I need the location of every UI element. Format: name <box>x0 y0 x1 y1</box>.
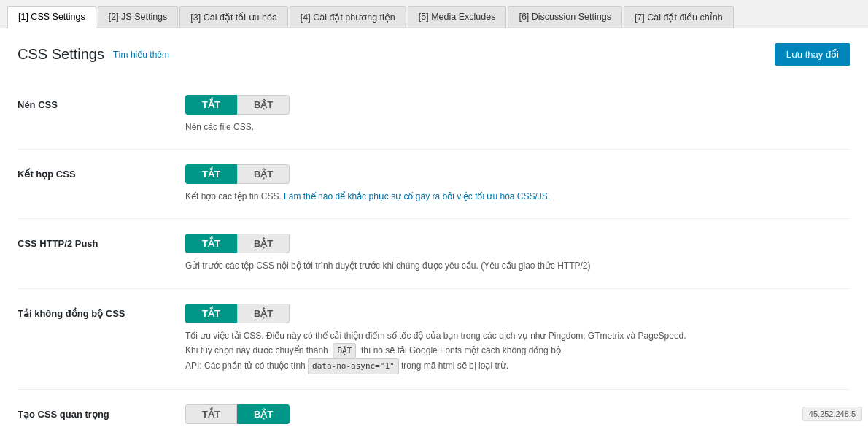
toggle-group-tai-khong-dong-bo-css: TẮT BẬT <box>185 304 850 323</box>
tai-khong-dong-bo-css-line1: Tối ưu việc tải CSS. Điều này có thể cải… <box>185 329 850 343</box>
tab-js-settings[interactable]: [2] JS Settings <box>98 6 179 28</box>
ket-hop-css-bat-button[interactable]: BẬT <box>237 164 290 184</box>
css-http2-push-bat-button[interactable]: BẬT <box>237 234 290 253</box>
page-header: CSS Settings Tìm hiểu thêm Lưu thay đổi <box>18 43 850 66</box>
ket-hop-css-tat-button[interactable]: TẮT <box>185 164 237 184</box>
page-title: CSS Settings <box>18 46 104 63</box>
save-button[interactable]: Lưu thay đổi <box>775 43 850 66</box>
tab-adjust-settings[interactable]: [7] Cài đặt điều chỉnh <box>624 6 734 28</box>
setting-label-nen-css: Nén CSS <box>18 95 163 110</box>
setting-row-nen-css: Nén CSS TẮT BẬT Nén các file CSS. <box>18 80 850 150</box>
api-suffix: trong mã html sẽ bị loại trừ. <box>399 361 508 371</box>
api-code-badge: data-no-async="1" <box>308 358 399 374</box>
css-http2-push-tat-button[interactable]: TẮT <box>185 234 237 253</box>
ip-badge: 45.252.248.5 <box>802 407 862 421</box>
nen-css-description: Nén các file CSS. <box>185 120 850 134</box>
setting-row-tai-khong-dong-bo-css: Tải không đồng bộ CSS TẮT BẬT Tối ưu việ… <box>18 289 850 390</box>
setting-controls-css-http2-push: TẮT BẬT Gửi trước các tệp CSS nội bộ tới… <box>185 234 850 273</box>
setting-label-tao-css-quan-trong: Tạo CSS quan trọng <box>18 404 163 420</box>
tao-css-quan-trong-bat-button[interactable]: BẬT <box>237 404 290 424</box>
css-http2-push-description: Gửi trước các tệp CSS nội bộ tới trình d… <box>185 259 850 273</box>
page-header-left: CSS Settings Tìm hiểu thêm <box>18 46 169 63</box>
ket-hop-css-link[interactable]: Làm thế nào để khắc phục sự cố gây ra bở… <box>284 191 550 201</box>
setting-controls-nen-css: TẮT BẬT Nén các file CSS. <box>185 95 850 134</box>
nen-css-tat-button[interactable]: TẮT <box>185 95 237 115</box>
tai-khong-dong-bo-css-line3: API: Các phần tử có thuộc tính data-no-a… <box>185 358 850 374</box>
nen-css-bat-button[interactable]: BẬT <box>237 95 290 115</box>
toggle-group-nen-css: TẮT BẬT <box>185 95 850 115</box>
content-area: CSS Settings Tìm hiểu thêm Lưu thay đổi … <box>0 28 868 427</box>
ket-hop-css-description: Kết hợp các tệp tin CSS. Làm thế nào để … <box>185 190 850 204</box>
tab-css-settings[interactable]: [1] CSS Settings <box>7 6 96 28</box>
tai-khong-dong-bo-css-tat-button[interactable]: TẮT <box>185 304 237 323</box>
setting-row-css-http2-push: CSS HTTP/2 Push TẮT BẬT Gửi trước các tệ… <box>18 219 850 288</box>
bat-badge: BẬT <box>333 343 356 359</box>
tab-discussion-settings[interactable]: [6] Discussion Settings <box>508 6 621 28</box>
tai-khong-dong-bo-css-bat-button[interactable]: BẬT <box>237 304 290 323</box>
toggle-group-tao-css-quan-trong: TẮT BẬT <box>185 404 850 424</box>
tabs-bar: [1] CSS Settings [2] JS Settings [3] Cài… <box>0 0 868 28</box>
tai-khong-dong-bo-css-description: Tối ưu việc tải CSS. Điều này có thể cải… <box>185 329 850 374</box>
tab-media-settings[interactable]: [4] Cài đặt phương tiện <box>290 6 406 28</box>
setting-row-tao-css-quan-trong: Tạo CSS quan trọng TẮT BẬT <box>18 390 850 427</box>
toggle-group-ket-hop-css: TẮT BẬT <box>185 164 850 184</box>
setting-controls-tao-css-quan-trong: TẮT BẬT <box>185 404 850 427</box>
tai-khong-dong-bo-css-line2: Khi tùy chọn này được chuyển thành BẬT t… <box>185 343 850 359</box>
setting-controls-ket-hop-css: TẮT BẬT Kết hợp các tệp tin CSS. Làm thế… <box>185 164 850 204</box>
tab-media-excludes[interactable]: [5] Media Excludes <box>408 6 507 28</box>
learn-more-link[interactable]: Tìm hiểu thêm <box>113 50 169 60</box>
setting-controls-tai-khong-dong-bo-css: TẮT BẬT Tối ưu việc tải CSS. Điều này có… <box>185 304 850 374</box>
toggle-group-css-http2-push: TẮT BẬT <box>185 234 850 253</box>
setting-row-ket-hop-css: Kết hợp CSS TẮT BẬT Kết hợp các tệp tin … <box>18 150 850 219</box>
tab-optimize-settings[interactable]: [3] Cài đặt tối ưu hóa <box>179 6 288 28</box>
tao-css-quan-trong-tat-button[interactable]: TẮT <box>185 404 237 424</box>
ket-hop-css-desc-text: Kết hợp các tệp tin CSS. <box>185 191 284 201</box>
setting-label-tai-khong-dong-bo-css: Tải không đồng bộ CSS <box>18 304 163 319</box>
setting-label-css-http2-push: CSS HTTP/2 Push <box>18 234 163 249</box>
api-prefix: API: Các phần tử có thuộc tính <box>185 361 308 371</box>
setting-label-ket-hop-css: Kết hợp CSS <box>18 164 163 180</box>
